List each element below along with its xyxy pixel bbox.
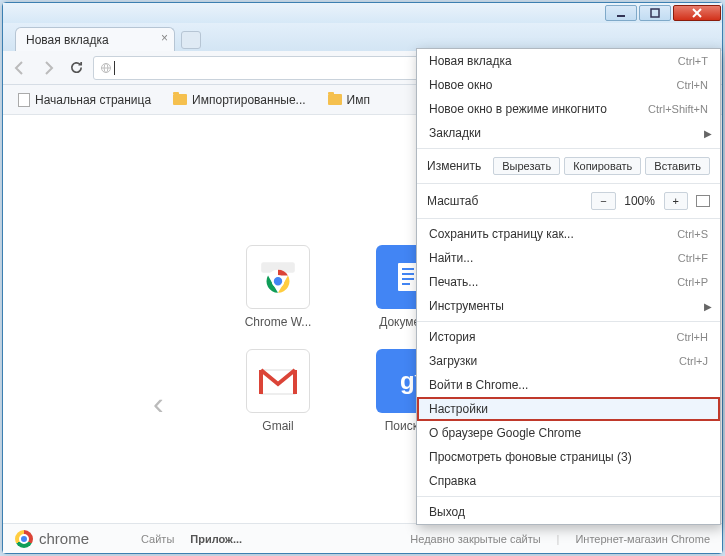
main-menu: Новая вкладкаCtrl+T Новое окноCtrl+N Нов… xyxy=(416,48,721,525)
chrome-icon xyxy=(15,530,33,548)
menu-separator xyxy=(417,183,720,184)
svg-point-19 xyxy=(273,276,284,287)
page-icon xyxy=(18,93,30,107)
zoom-value: 100% xyxy=(620,194,660,208)
menu-new-window[interactable]: Новое окноCtrl+N xyxy=(417,73,720,97)
cut-button[interactable]: Вырезать xyxy=(493,157,560,175)
svg-rect-20 xyxy=(398,263,418,291)
globe-icon xyxy=(100,62,112,74)
brand-text: chrome xyxy=(39,530,89,547)
bookmark-home[interactable]: Начальная страница xyxy=(13,90,156,110)
menu-zoom-row: Масштаб − 100% + xyxy=(417,187,720,215)
bookmark-label: Имп xyxy=(347,93,370,107)
copy-button[interactable]: Копировать xyxy=(564,157,641,175)
menu-exit[interactable]: Выход xyxy=(417,500,720,524)
menu-incognito[interactable]: Новое окно в режиме инкогнитоCtrl+Shift+… xyxy=(417,97,720,121)
footer-sites[interactable]: Сайты xyxy=(141,533,174,545)
menu-print[interactable]: Печать...Ctrl+P xyxy=(417,270,720,294)
tile-chrome-web-store[interactable]: Chrome W... xyxy=(233,245,323,329)
window-controls xyxy=(604,3,722,23)
menu-separator xyxy=(417,218,720,219)
bookmark-imported[interactable]: Импортированные... xyxy=(168,90,310,110)
menu-separator xyxy=(417,148,720,149)
gmail-icon xyxy=(246,349,310,413)
menu-signin[interactable]: Войти в Chrome... xyxy=(417,373,720,397)
minimize-button[interactable] xyxy=(605,5,637,21)
zoom-label: Масштаб xyxy=(427,194,495,208)
bookmark-label: Начальная страница xyxy=(35,93,151,107)
close-button[interactable] xyxy=(673,5,721,21)
menu-edit-row: Изменить Вырезать Копировать Вставить xyxy=(417,152,720,180)
menu-separator xyxy=(417,496,720,497)
forward-button[interactable] xyxy=(37,57,59,79)
window-titlebar xyxy=(3,3,722,23)
tile-gmail[interactable]: Gmail xyxy=(233,349,323,433)
footer-store[interactable]: Интернет-магазин Chrome xyxy=(575,533,710,545)
footer: chrome Сайты Прилож... Недавно закрытые … xyxy=(3,523,722,553)
menu-new-tab[interactable]: Новая вкладкаCtrl+T xyxy=(417,49,720,73)
folder-icon xyxy=(173,94,187,105)
bookmark-label: Импортированные... xyxy=(192,93,305,107)
tab-close-icon[interactable]: × xyxy=(161,31,168,45)
footer-closed[interactable]: Недавно закрытые сайты xyxy=(410,533,540,545)
reload-button[interactable] xyxy=(65,57,87,79)
tile-label: Chrome W... xyxy=(245,315,312,329)
footer-apps[interactable]: Прилож... xyxy=(190,533,242,545)
menu-find[interactable]: Найти...Ctrl+F xyxy=(417,246,720,270)
menu-help[interactable]: Справка xyxy=(417,469,720,493)
zoom-in-button[interactable]: + xyxy=(664,192,688,210)
menu-about[interactable]: О браузере Google Chrome xyxy=(417,421,720,445)
maximize-button[interactable] xyxy=(639,5,671,21)
chrome-logo: chrome xyxy=(15,530,89,548)
bookmark-imp[interactable]: Имп xyxy=(323,90,375,110)
back-button[interactable] xyxy=(9,57,31,79)
browser-tab[interactable]: Новая вкладка × xyxy=(15,27,175,51)
chevron-right-icon: ▶ xyxy=(704,301,712,312)
menu-save-page[interactable]: Сохранить страницу как...Ctrl+S xyxy=(417,222,720,246)
chrome-store-icon xyxy=(246,245,310,309)
prev-page-arrow[interactable]: ‹ xyxy=(153,385,164,422)
folder-icon xyxy=(328,94,342,105)
tab-strip: Новая вкладка × xyxy=(3,23,722,51)
new-tab-button[interactable] xyxy=(181,31,201,49)
separator: | xyxy=(557,533,560,545)
menu-settings[interactable]: Настройки xyxy=(417,397,720,421)
menu-bookmarks[interactable]: Закладки▶ xyxy=(417,121,720,145)
menu-history[interactable]: ИсторияCtrl+H xyxy=(417,325,720,349)
chevron-right-icon: ▶ xyxy=(704,128,712,139)
menu-separator xyxy=(417,321,720,322)
svg-text:g: g xyxy=(400,367,415,394)
fullscreen-icon[interactable] xyxy=(696,195,710,207)
edit-label: Изменить xyxy=(427,159,489,173)
zoom-out-button[interactable]: − xyxy=(591,192,615,210)
svg-rect-1 xyxy=(651,9,659,17)
menu-downloads[interactable]: ЗагрузкиCtrl+J xyxy=(417,349,720,373)
paste-button[interactable]: Вставить xyxy=(645,157,710,175)
tile-label: Gmail xyxy=(262,419,293,433)
menu-background-pages[interactable]: Просмотреть фоновые страницы (3) xyxy=(417,445,720,469)
text-cursor xyxy=(114,61,115,75)
menu-tools[interactable]: Инструменты▶ xyxy=(417,294,720,318)
tab-title: Новая вкладка xyxy=(26,33,109,47)
